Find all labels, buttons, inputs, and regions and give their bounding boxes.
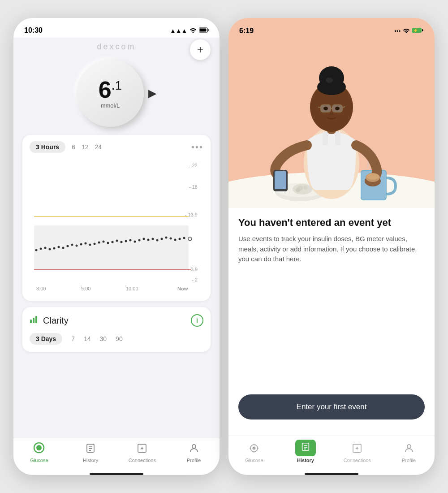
chart-tab-12[interactable]: 12 [82, 143, 89, 151]
svg-text:9:00: 9:00 [81, 286, 90, 291]
event-empty-desc: Use events to track your insulin doses, … [238, 234, 425, 264]
status-time-2: 6:19 [239, 27, 254, 35]
event-empty-title: You haven't entered an event yet [238, 217, 425, 229]
svg-point-10 [49, 248, 51, 251]
profile-nav-icon [189, 443, 199, 456]
clarity-tab-3days[interactable]: 3 Days [30, 333, 62, 345]
history-nav-icon-2 [301, 442, 310, 454]
svg-point-11 [53, 247, 56, 250]
nav-profile[interactable]: Profile [181, 443, 207, 463]
wifi-icon-2 [403, 28, 410, 35]
chart-more-button[interactable]: ••• [191, 142, 203, 152]
clarity-tabs: 3 Days 7 14 30 90 [30, 333, 203, 345]
glucose-chart-svg: - 22 - 18 - 13.9 [30, 158, 204, 293]
nav2-connections[interactable]: Connections [344, 443, 371, 463]
dexcom-header: Dexcom + [22, 42, 211, 52]
battery-charging-icon: ⚡ [412, 27, 424, 35]
svg-point-14 [67, 245, 69, 247]
nav-history[interactable]: History [77, 443, 104, 463]
svg-point-25 [116, 240, 118, 242]
svg-point-39 [179, 238, 181, 240]
event-body: You haven't entered an event yet Use eve… [228, 208, 435, 436]
svg-text:- 22: - 22 [189, 163, 198, 168]
svg-point-21 [98, 242, 100, 244]
svg-point-20 [94, 243, 96, 245]
connections-nav-icon-2 [352, 443, 362, 456]
svg-rect-92 [275, 171, 286, 189]
glucose-display: 6.1 mmol/L ▶ [22, 60, 211, 127]
clarity-header: Clarity i [30, 314, 203, 327]
glucose-nav-icon-2 [249, 443, 259, 456]
nav-glucose[interactable]: Glucose [26, 442, 52, 463]
nav2-history-label: History [297, 458, 314, 463]
svg-point-27 [125, 240, 127, 242]
clarity-tab-90[interactable]: 90 [116, 335, 123, 342]
svg-rect-78 [335, 132, 340, 145]
nav-connections[interactable]: Connections [129, 443, 156, 463]
nav2-glucose[interactable]: Glucose [241, 443, 267, 463]
svg-point-37 [170, 238, 172, 240]
phone-screen2: 6:19 ••• ⚡ [228, 18, 435, 475]
svg-text:- 18: - 18 [189, 184, 198, 190]
home-indicator-1 [90, 473, 143, 475]
svg-point-32 [147, 239, 150, 241]
signal-icon: ▲▲▲ [170, 27, 187, 34]
svg-point-16 [76, 245, 78, 247]
nav2-history[interactable]: History [292, 440, 319, 463]
status-time-1: 10:30 [24, 26, 43, 35]
glucose-value: 6.1 [99, 78, 122, 101]
status-bar-2: 6:19 ••• ⚡ [228, 18, 435, 38]
svg-point-83 [326, 78, 333, 83]
svg-text:⚡: ⚡ [413, 28, 418, 33]
svg-rect-53 [35, 316, 37, 323]
svg-point-18 [85, 242, 87, 245]
clarity-tab-30[interactable]: 30 [100, 335, 107, 342]
connections-nav-icon [137, 443, 147, 456]
clarity-info-button[interactable]: i [191, 314, 203, 327]
svg-point-15 [71, 244, 73, 246]
svg-point-95 [366, 173, 379, 180]
chart-area: - 22 - 18 - 13.9 [30, 158, 203, 294]
svg-point-36 [165, 237, 168, 239]
nav2-profile[interactable]: Profile [396, 443, 422, 463]
add-button[interactable]: + [190, 39, 211, 60]
profile-nav-icon-2 [404, 443, 414, 456]
svg-point-103 [407, 445, 411, 448]
clarity-card: Clarity i 3 Days 7 14 30 90 [22, 307, 211, 352]
clarity-tab-7[interactable]: 7 [71, 335, 75, 342]
clarity-tab-14[interactable]: 14 [84, 335, 91, 342]
nav2-profile-label: Profile [402, 458, 416, 463]
svg-point-72 [296, 188, 300, 192]
battery-icon [199, 27, 209, 34]
svg-rect-98 [302, 443, 309, 451]
svg-point-34 [156, 239, 159, 242]
svg-rect-77 [323, 132, 328, 145]
clarity-bars-icon [30, 314, 39, 327]
svg-point-28 [129, 239, 132, 242]
svg-rect-6 [34, 225, 189, 270]
chart-tab-6[interactable]: 6 [72, 143, 75, 151]
dots-icon: ••• [394, 28, 401, 35]
svg-point-17 [80, 243, 82, 246]
status-icons-2: ••• ⚡ [394, 27, 424, 35]
chart-tab-24[interactable]: 24 [95, 143, 102, 151]
svg-point-7 [35, 249, 38, 251]
svg-text:8:00: 8:00 [36, 286, 46, 291]
svg-point-90 [335, 107, 340, 110]
bottom-nav-1: Glucose History Connections Profile [13, 438, 220, 472]
svg-point-38 [174, 239, 177, 241]
chart-tabs: 3 Hours 6 12 24 ••• [30, 141, 203, 153]
glucose-circle: 6.1 mmol/L [77, 60, 144, 127]
dexcom-logo: Dexcom [97, 42, 136, 52]
svg-line-87 [318, 107, 321, 108]
history-nav-icon [85, 443, 96, 456]
svg-point-61 [192, 445, 196, 448]
svg-point-97 [253, 447, 256, 450]
svg-text:10:00: 10:00 [126, 286, 138, 291]
glucose-unit: mmol/L [101, 102, 120, 109]
enter-event-button[interactable]: Enter your first event [238, 394, 425, 419]
svg-point-8 [40, 248, 42, 250]
chart-tab-3hours[interactable]: 3 Hours [30, 141, 65, 153]
svg-point-35 [161, 238, 163, 240]
clarity-title: Clarity [43, 316, 69, 326]
